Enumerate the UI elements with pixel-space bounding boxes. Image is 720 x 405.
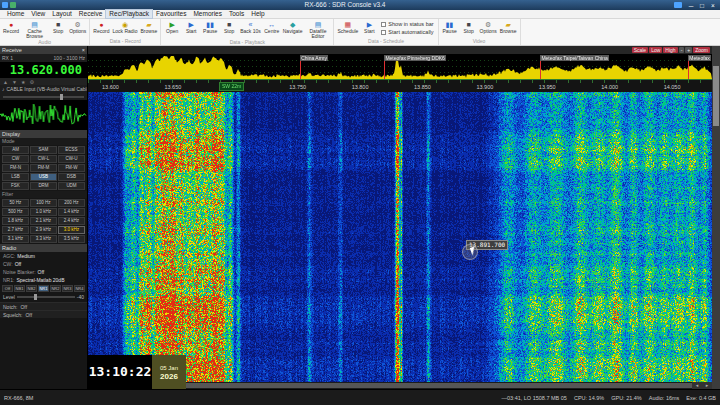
- high-button[interactable]: High: [663, 47, 677, 53]
- browse-button[interactable]: ▰Browse: [499, 20, 518, 34]
- lock-radio-button[interactable]: ◉Lock Radio: [111, 20, 138, 34]
- nb-button-off[interactable]: Off: [2, 285, 13, 292]
- scroll-left-icon[interactable]: ◂: [692, 382, 702, 389]
- notch-row[interactable]: Notch: Off: [0, 302, 87, 310]
- audio-device-select[interactable]: ♪ CABLE Input (VB-Audio Virtual Cable): [0, 85, 87, 93]
- mode-button-cw-l[interactable]: CW-L: [30, 155, 57, 163]
- frequency-display[interactable]: 13.620.000: [0, 62, 87, 78]
- close-button[interactable]: ×: [708, 1, 718, 10]
- start-button[interactable]: ▶Start: [182, 20, 200, 34]
- filter-button-200-hz[interactable]: 200 Hz: [58, 199, 85, 207]
- start-button[interactable]: ▶Start: [360, 20, 378, 34]
- filter-button-1-8-khz[interactable]: 1.8 kHz: [2, 217, 29, 225]
- back-10s-button[interactable]: «Back 10s: [239, 20, 262, 34]
- centre-button[interactable]: ↔Centre: [263, 20, 281, 34]
- minimize-button[interactable]: ─: [686, 1, 696, 10]
- start-automatically-checkbox[interactable]: Start automatically: [381, 29, 433, 35]
- schedule-button[interactable]: ▦Schedule: [336, 20, 359, 34]
- frequency-ruler[interactable]: 13.60013.65013.70013.75013.80013.85013.9…: [88, 79, 712, 92]
- browse-button[interactable]: ▰Browse: [139, 20, 158, 34]
- settings-icon[interactable]: ⚙: [29, 79, 33, 85]
- rx-label[interactable]: RX 1: [2, 54, 13, 62]
- cache-browse-button[interactable]: ▤Cache Browse: [21, 20, 48, 39]
- filter-button-3-0-khz[interactable]: 3.0 kHz: [58, 226, 85, 234]
- favourite-icon[interactable]: ★: [21, 79, 25, 85]
- show-in-status-bar-checkbox[interactable]: Show in status bar: [381, 21, 433, 27]
- nb-button-nr2[interactable]: NR2: [50, 285, 61, 292]
- mode-button-cw-u[interactable]: CW-U: [58, 155, 85, 163]
- mode-button-fm-w[interactable]: FM-W: [58, 164, 85, 172]
- squelch-row[interactable]: Squelch: Off: [0, 310, 87, 318]
- menu-tab-layout[interactable]: Layout: [49, 10, 75, 18]
- zoom-out-button[interactable]: -: [679, 47, 685, 53]
- navigate-button[interactable]: ◆Navigate: [282, 20, 304, 34]
- filter-button-500-hz[interactable]: 500 Hz: [2, 208, 29, 216]
- mode-button-cw[interactable]: CW: [2, 155, 29, 163]
- vertical-scrollbar[interactable]: [712, 46, 720, 389]
- menu-tab-receive[interactable]: Receive: [76, 10, 105, 18]
- level-thumb[interactable]: [34, 294, 37, 300]
- nb-button-nr1[interactable]: NR1: [38, 285, 49, 292]
- nb-button-nb1[interactable]: NB1: [14, 285, 25, 292]
- mode-button-dsb[interactable]: DSB: [58, 173, 85, 181]
- tune-up-icon[interactable]: ▲: [3, 79, 8, 85]
- vertical-scroll-thumb[interactable]: [713, 66, 719, 126]
- filter-button-3-1-khz[interactable]: 3.1 kHz: [2, 235, 29, 243]
- scroll-right-icon[interactable]: ▸: [702, 382, 712, 389]
- nb-button-nr3[interactable]: NR3: [62, 285, 73, 292]
- filter-button-2-7-khz[interactable]: 2.7 kHz: [2, 226, 29, 234]
- filter-button-50-hz[interactable]: 50 Hz: [2, 199, 29, 207]
- stop-button[interactable]: ■Stop: [460, 20, 478, 34]
- volume-track[interactable]: [3, 96, 84, 98]
- filter-button-2-1-khz[interactable]: 2.1 kHz: [30, 217, 57, 225]
- mode-button-lsb[interactable]: LSB: [2, 173, 29, 181]
- mode-button-fm-m[interactable]: FM-M: [30, 164, 57, 172]
- menu-tab-rec-playback[interactable]: Rec/Playback: [106, 10, 152, 18]
- options-button[interactable]: ⚙Options: [68, 20, 87, 34]
- filter-button-3-5-khz[interactable]: 3.5 kHz: [58, 235, 85, 243]
- zoom-button[interactable]: Zoom: [693, 47, 710, 53]
- volume-thumb[interactable]: [60, 94, 63, 100]
- pause-button[interactable]: ▮▮Pause: [201, 20, 219, 34]
- mode-button-ecss[interactable]: ECSS: [58, 146, 85, 154]
- filter-button-1-4-khz[interactable]: 1.4 kHz: [58, 208, 85, 216]
- volume-slider[interactable]: [0, 93, 87, 100]
- waterfall[interactable]: [88, 92, 712, 382]
- low-button[interactable]: Low: [649, 47, 662, 53]
- nb-button-nr4[interactable]: NR4: [74, 285, 85, 292]
- mode-button-am[interactable]: AM: [2, 146, 29, 154]
- datafile-editor-button[interactable]: ▤Datafile Editor: [304, 20, 331, 39]
- menu-tab-tools[interactable]: Tools: [226, 10, 247, 18]
- level-slider[interactable]: [17, 296, 75, 298]
- menu-tab-help[interactable]: Help: [248, 10, 267, 18]
- mode-button-fsk[interactable]: FSK: [2, 182, 29, 190]
- menu-tab-view[interactable]: View: [28, 10, 48, 18]
- menu-tab-favourites[interactable]: Favourites: [153, 10, 189, 18]
- close-icon[interactable]: ×: [82, 46, 85, 54]
- tune-down-icon[interactable]: ▼: [12, 79, 17, 85]
- filter-button-100-hz[interactable]: 100 Hz: [30, 199, 57, 207]
- scale-button[interactable]: Scale: [632, 47, 649, 53]
- mode-button-drm[interactable]: DRM: [30, 182, 57, 190]
- stop-button[interactable]: ■Stop: [49, 20, 67, 34]
- record-button[interactable]: ●Record: [2, 20, 20, 34]
- stop-button[interactable]: ■Stop: [220, 20, 238, 34]
- mode-button-udm[interactable]: UDM: [58, 182, 85, 190]
- record-button[interactable]: ●Record: [92, 20, 110, 34]
- pause-button[interactable]: ▮▮Pause: [441, 20, 459, 34]
- nb-button-nb2[interactable]: NB2: [26, 285, 37, 292]
- filter-button-1-0-khz[interactable]: 1.0 kHz: [30, 208, 57, 216]
- mode-button-usb[interactable]: USB: [30, 173, 57, 181]
- mode-button-sam[interactable]: SAM: [30, 146, 57, 154]
- menu-tab-home[interactable]: Home: [4, 10, 27, 18]
- waterfall-canvas[interactable]: [88, 92, 712, 382]
- options-button[interactable]: ⚙Options: [479, 20, 498, 34]
- zoom-in-button[interactable]: +: [685, 47, 692, 53]
- open-button[interactable]: ▶Open: [163, 20, 181, 34]
- spectrum-display[interactable]: China ArmyMeteofax Pinneberg DDK6Meteofa…: [88, 54, 712, 79]
- maximize-button[interactable]: □: [697, 1, 707, 10]
- menu-tab-memories[interactable]: Memories: [190, 10, 225, 18]
- mode-button-fm-n[interactable]: FM-N: [2, 164, 29, 172]
- filter-button-2-9-khz[interactable]: 2.9 kHz: [30, 226, 57, 234]
- filter-button-2-4-khz[interactable]: 2.4 kHz: [58, 217, 85, 225]
